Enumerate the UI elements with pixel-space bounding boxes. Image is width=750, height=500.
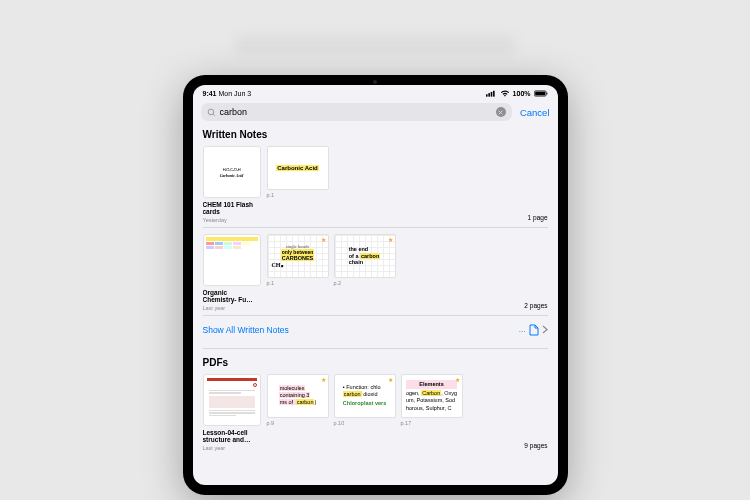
status-date: Mon Jun 3 (218, 90, 251, 97)
show-all-written-notes-link[interactable]: Show All Written Notes (203, 325, 289, 335)
document-view-icon[interactable] (529, 324, 539, 336)
battery-percent: 100% (513, 90, 531, 97)
result-document[interactable]: H-O-C-O-H Carbonic Acid CHEM 101 Flash c… (203, 146, 261, 223)
ellipsis-icon[interactable]: ... (519, 325, 526, 334)
ipad-device-frame: 9:41 Mon Jun 3 100% Cancel Written Notes (183, 75, 568, 495)
match-thumbnail[interactable]: ★ the end of a carbon chain (334, 234, 396, 278)
search-icon (207, 108, 216, 117)
status-icons: 100% (486, 90, 548, 97)
screen: 9:41 Mon Jun 3 100% Cancel Written Notes (193, 85, 558, 485)
page-label: p.10 (334, 420, 396, 426)
search-field[interactable] (201, 103, 512, 121)
page-label: p.1 (267, 280, 329, 286)
document-thumbnail (203, 234, 261, 286)
star-icon: ★ (321, 376, 326, 383)
match-thumbnail[interactable]: ★ • Function: chlo carbon dioxid Chlorop… (334, 374, 396, 418)
section-title-written-notes: Written Notes (203, 129, 548, 140)
page-label: p.1 (267, 192, 329, 198)
match-thumbnail[interactable]: ★ Elements ogen, Carbon, Oxyg um, Potass… (401, 374, 463, 418)
camera-notch (373, 80, 377, 84)
status-time: 9:41 (203, 90, 217, 97)
document-thumbnail: H-O-C-O-H Carbonic Acid (203, 146, 261, 198)
search-input[interactable] (220, 107, 492, 117)
result-row: Lesson-04-cell structure and… Last year … (203, 374, 548, 455)
results-content[interactable]: Written Notes H-O-C-O-H Carbonic Acid CH… (193, 127, 558, 485)
document-meta: Last year (203, 305, 261, 311)
page-label: p.17 (401, 420, 463, 426)
document-meta: Yesterday (203, 217, 261, 223)
svg-line-8 (213, 114, 215, 116)
svg-point-7 (208, 109, 214, 115)
divider (203, 348, 548, 349)
svg-rect-0 (486, 94, 488, 96)
star-icon: ★ (388, 236, 393, 243)
document-meta: Last year (203, 445, 261, 451)
document-title: Organic Chemistry- Fu… (203, 289, 261, 304)
section-title-pdfs: PDFs (203, 357, 548, 368)
match-thumbnail[interactable]: ★ molecules containing 3 ms of carbon) (267, 374, 329, 418)
page-count: 2 pages (267, 302, 548, 311)
page-label: p.9 (267, 420, 329, 426)
svg-rect-6 (546, 92, 547, 94)
star-icon: ★ (321, 236, 326, 243)
match-thumbnail[interactable]: ★ single bonds only between CARBONES CH₃ (267, 234, 329, 278)
chevron-right-icon[interactable] (542, 325, 548, 334)
svg-rect-5 (535, 92, 545, 96)
battery-icon (534, 90, 548, 97)
page-count: 9 pages (267, 442, 548, 451)
status-bar: 9:41 Mon Jun 3 100% (193, 85, 558, 99)
result-row: H-O-C-O-H Carbonic Acid CHEM 101 Flash c… (203, 146, 548, 228)
cancel-button[interactable]: Cancel (520, 107, 550, 118)
clear-search-icon[interactable] (496, 107, 506, 117)
result-document[interactable]: Organic Chemistry- Fu… Last year (203, 234, 261, 311)
star-icon: ★ (388, 376, 393, 383)
match-thumbnail[interactable]: Carbonic Acid (267, 146, 329, 190)
document-title: Lesson-04-cell structure and… (203, 429, 261, 444)
document-title: CHEM 101 Flash cards (203, 201, 261, 216)
cellular-icon (486, 90, 497, 97)
svg-rect-2 (490, 92, 492, 97)
document-thumbnail (203, 374, 261, 426)
result-row: Organic Chemistry- Fu… Last year ★ singl… (203, 234, 548, 316)
status-time-date: 9:41 Mon Jun 3 (203, 90, 252, 97)
wifi-icon (500, 90, 510, 97)
page-count: 1 page (267, 214, 548, 223)
result-document[interactable]: Lesson-04-cell structure and… Last year (203, 374, 261, 451)
star-icon: ★ (455, 376, 460, 383)
search-row: Cancel (193, 99, 558, 127)
show-all-row: Show All Written Notes ... (203, 322, 548, 344)
svg-rect-1 (488, 93, 490, 97)
svg-rect-3 (493, 91, 495, 97)
page-label: p.2 (334, 280, 396, 286)
